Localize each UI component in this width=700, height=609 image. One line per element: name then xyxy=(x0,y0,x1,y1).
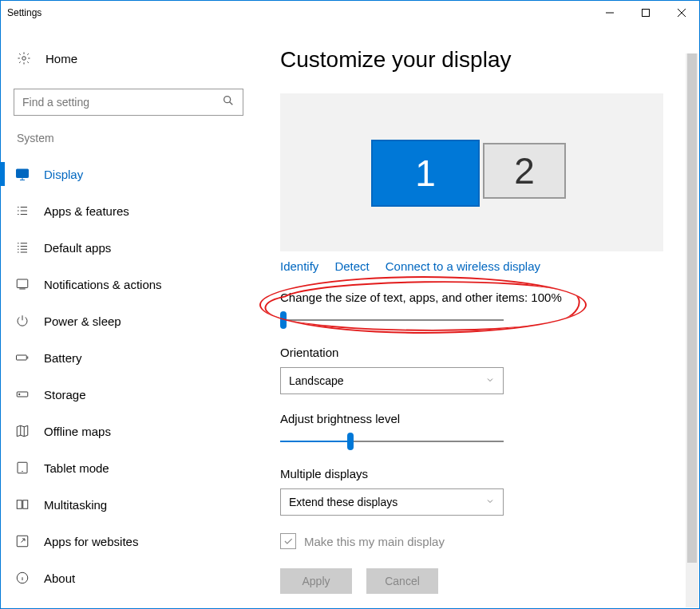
info-icon xyxy=(15,571,30,585)
sidebar-item-label: Display xyxy=(44,168,83,181)
sidebar-item-default-apps[interactable]: Default apps xyxy=(1,229,256,266)
window-controls xyxy=(591,1,699,25)
notification-icon xyxy=(15,277,30,291)
power-icon xyxy=(15,314,30,328)
wireless-link[interactable]: Connect to a wireless display xyxy=(386,259,540,273)
brightness-label: Adjust brightness level xyxy=(280,412,663,425)
checkbox-icon xyxy=(280,533,296,549)
multiple-displays-label: Multiple displays xyxy=(280,467,663,480)
sidebar-item-about[interactable]: About xyxy=(1,560,256,596)
sidebar-item-display[interactable]: Display xyxy=(1,156,256,192)
sidebar-item-label: Storage xyxy=(44,388,86,401)
sidebar-item-label: Apps for websites xyxy=(44,535,138,548)
sidebar-item-apps-websites[interactable]: Apps for websites xyxy=(1,523,256,560)
search-box[interactable] xyxy=(14,89,243,116)
button-row: Apply Cancel xyxy=(280,568,675,594)
list-icon xyxy=(15,204,30,218)
page-title: Customize your display xyxy=(280,47,675,73)
sidebar-item-label: Notifications & actions xyxy=(44,278,162,291)
sidebar-item-multitasking[interactable]: Multitasking xyxy=(1,486,256,523)
svg-rect-0 xyxy=(642,10,649,17)
sidebar-item-power[interactable]: Power & sleep xyxy=(1,303,256,339)
sidebar-item-label: Multitasking xyxy=(44,498,107,512)
chevron-down-icon xyxy=(485,374,495,388)
sidebar-item-notifications[interactable]: Notifications & actions xyxy=(1,266,256,303)
scale-slider[interactable] xyxy=(280,312,504,328)
sidebar-item-label: Default apps xyxy=(44,241,111,255)
search-icon xyxy=(222,94,235,110)
sidebar-item-maps[interactable]: Offline maps xyxy=(1,413,256,449)
svg-point-7 xyxy=(19,393,21,395)
sidebar-item-label: Apps & features xyxy=(44,204,129,218)
svg-rect-4 xyxy=(17,279,28,288)
sidebar-item-label: Power & sleep xyxy=(44,314,121,328)
defaults-icon xyxy=(15,240,30,255)
gear-icon xyxy=(17,51,31,65)
orientation-label: Orientation xyxy=(280,346,663,359)
close-button[interactable] xyxy=(663,1,699,25)
identify-link[interactable]: Identify xyxy=(280,259,318,273)
monitor-icon xyxy=(15,167,30,181)
battery-icon xyxy=(15,350,30,365)
cancel-button[interactable]: Cancel xyxy=(366,568,438,594)
detect-link[interactable]: Detect xyxy=(334,259,369,273)
sidebar-item-tablet[interactable]: Tablet mode xyxy=(1,449,256,486)
window-title: Settings xyxy=(7,7,42,18)
launch-icon xyxy=(15,534,30,548)
titlebar: Settings xyxy=(1,1,699,25)
sidebar-item-battery[interactable]: Battery xyxy=(1,339,256,376)
main-content: Customize your display 1 2 Identify Dete… xyxy=(256,25,699,608)
multitask-icon xyxy=(15,497,30,512)
dropdown-value: Landscape xyxy=(289,374,344,387)
brightness-slider[interactable] xyxy=(280,433,504,449)
display-links: Identify Detect Connect to a wireless di… xyxy=(280,259,675,273)
orientation-dropdown[interactable]: Landscape xyxy=(280,367,504,394)
apply-button[interactable]: Apply xyxy=(280,568,352,594)
minimize-button[interactable] xyxy=(591,1,627,25)
tablet-icon xyxy=(15,461,30,475)
sidebar: Home System Display Apps & features Defa… xyxy=(1,25,256,608)
checkbox-label: Make this my main display xyxy=(304,535,445,548)
scale-label: Change the size of text, apps, and other… xyxy=(280,291,663,304)
home-label: Home xyxy=(45,52,77,65)
monitor-2[interactable]: 2 xyxy=(483,143,566,199)
home-button[interactable]: Home xyxy=(1,44,256,73)
sidebar-item-label: Tablet mode xyxy=(44,461,109,475)
monitor-1[interactable]: 1 xyxy=(371,140,480,207)
sidebar-item-apps[interactable]: Apps & features xyxy=(1,192,256,229)
svg-rect-3 xyxy=(17,169,29,178)
sidebar-item-storage[interactable]: Storage xyxy=(1,376,256,413)
storage-icon xyxy=(15,387,30,401)
maximize-button[interactable] xyxy=(627,1,663,25)
scrollbar-thumb[interactable] xyxy=(687,53,697,563)
svg-point-1 xyxy=(22,57,26,61)
display-preview[interactable]: 1 2 xyxy=(280,93,663,251)
main-display-checkbox: Make this my main display xyxy=(280,533,675,549)
svg-rect-10 xyxy=(23,500,28,509)
sidebar-item-label: Battery xyxy=(44,351,82,365)
section-label: System xyxy=(1,132,256,144)
search-input[interactable] xyxy=(22,96,222,109)
svg-point-2 xyxy=(224,97,231,103)
dropdown-value: Extend these displays xyxy=(289,496,397,508)
map-icon xyxy=(15,424,30,438)
sidebar-item-label: Offline maps xyxy=(44,425,111,438)
scrollbar[interactable] xyxy=(686,53,698,607)
svg-rect-5 xyxy=(17,355,27,360)
chevron-down-icon xyxy=(485,495,495,509)
svg-rect-9 xyxy=(17,500,22,509)
multiple-displays-dropdown[interactable]: Extend these displays xyxy=(280,488,504,516)
sidebar-item-label: About xyxy=(44,571,75,585)
